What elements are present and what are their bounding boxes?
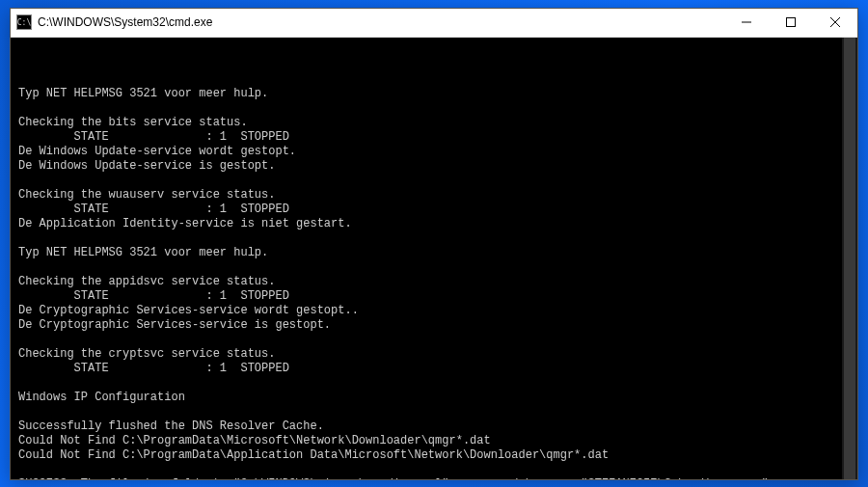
cmd-icon: C:\: [16, 14, 32, 30]
terminal-line: [18, 231, 850, 246]
terminal-line: [18, 174, 850, 188]
terminal-line: STATE : 1 STOPPED: [18, 362, 850, 376]
terminal-line: [18, 260, 850, 275]
scrollbar-thumb[interactable]: [844, 38, 855, 479]
terminal-line: Windows IP Configuration: [18, 391, 850, 405]
terminal-line: [18, 463, 850, 477]
terminal-line: STATE : 1 STOPPED: [18, 289, 850, 304]
terminal-line: [18, 101, 850, 116]
terminal-line: Successfully flushed the DNS Resolver Ca…: [18, 419, 850, 434]
terminal-line: De Windows Update-service wordt gestopt.: [18, 145, 850, 159]
terminal-line: [18, 376, 850, 391]
terminal-line: Typ NET HELPMSG 3521 voor meer hulp.: [18, 87, 850, 101]
terminal-line: Checking the wuauserv service status.: [18, 188, 850, 203]
terminal-line: De Windows Update-service is gestopt.: [18, 159, 850, 174]
terminal-line: [18, 72, 850, 87]
terminal-line: [18, 333, 850, 347]
close-icon: [830, 17, 840, 27]
terminal-line: [18, 405, 850, 419]
svg-rect-1: [787, 18, 796, 27]
terminal-line: Could Not Find C:\ProgramData\Applicatio…: [18, 448, 850, 463]
terminal-line: STATE : 1 STOPPED: [18, 203, 850, 217]
terminal-line: STATE : 1 STOPPED: [18, 130, 850, 145]
terminal-line: SUCCESS: The file (or folder): "C:\WINDO…: [18, 477, 850, 479]
terminal-line: De Application Identity-service is niet …: [18, 217, 850, 231]
terminal-line: Typ NET HELPMSG 3521 voor meer hulp.: [18, 246, 850, 260]
minimize-icon: [742, 17, 751, 27]
scrollbar-track[interactable]: [842, 38, 857, 479]
terminal-line: Checking the cryptsvc service status.: [18, 347, 850, 362]
terminal-line: Checking the bits service status.: [18, 116, 850, 130]
close-button[interactable]: [813, 9, 857, 37]
terminal-output[interactable]: Typ NET HELPMSG 3521 voor meer hulp. Che…: [11, 38, 857, 479]
titlebar[interactable]: C:\ C:\WINDOWS\System32\cmd.exe: [11, 9, 857, 38]
maximize-icon: [786, 17, 796, 27]
window-controls: [724, 9, 857, 37]
terminal-line: De Cryptographic Services-service is ges…: [18, 318, 850, 333]
terminal-line: Could Not Find C:\ProgramData\Microsoft\…: [18, 434, 850, 448]
window-title: C:\WINDOWS\System32\cmd.exe: [38, 15, 724, 29]
minimize-button[interactable]: [724, 9, 769, 37]
terminal-line: Checking the appidsvc service status.: [18, 275, 850, 289]
maximize-button[interactable]: [769, 9, 813, 37]
cmd-window: C:\ C:\WINDOWS\System32\cmd.exe Typ NET …: [10, 8, 858, 480]
terminal-line: De Cryptographic Services-service wordt …: [18, 304, 850, 318]
